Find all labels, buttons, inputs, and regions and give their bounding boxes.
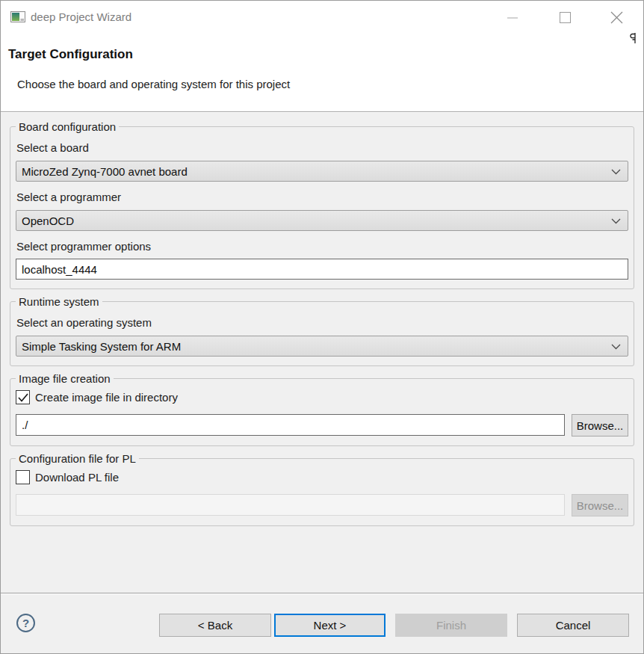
next-button[interactable]: Next > (274, 614, 386, 637)
board-select[interactable]: MicroZed Zynq-7000 avnet board (16, 161, 628, 182)
check-icon (18, 393, 28, 402)
titlebar-and-header: deep Project Wizard Target Configuration… (1, 1, 643, 112)
image-directory-input[interactable] (16, 414, 565, 436)
programmer-select[interactable]: OpenOCD (16, 210, 628, 231)
close-button[interactable] (601, 7, 631, 28)
group-legend: Runtime system (16, 294, 102, 309)
image-directory-row: Browse... (16, 414, 628, 436)
pl-file-row: Browse... (16, 494, 628, 516)
pl-file-browse-button: Browse... (572, 494, 628, 516)
minimize-icon (507, 17, 518, 19)
page-subtitle: Choose the board and operating system fo… (17, 78, 290, 90)
board-select-value: MicroZed Zynq-7000 avnet board (22, 165, 188, 178)
group-legend: Board configuration (16, 120, 119, 134)
wizard-dialog-window: deep Project Wizard Target Configuration… (0, 0, 644, 654)
select-os-label: Select an operating system (16, 316, 628, 329)
wizard-content: Board configuration Select a board Micro… (1, 113, 643, 593)
programmer-select-value: OpenOCD (22, 215, 74, 227)
maximize-icon (560, 12, 571, 23)
chevron-down-icon (611, 218, 621, 224)
os-select-value: Simple Tasking System for ARM (22, 340, 181, 353)
create-image-checkbox-label[interactable]: Create image file in directory (35, 391, 178, 404)
pl-file-input (16, 494, 565, 516)
board-configuration-group: Board configuration Select a board Micro… (10, 126, 634, 289)
window-title: deep Project Wizard (31, 10, 131, 23)
select-programmer-label: Select a programmer (16, 191, 628, 203)
minimize-button[interactable] (498, 7, 527, 28)
wizard-button-bar: ? < Back Next > Finish Cancel (1, 594, 643, 653)
download-pl-checkbox[interactable] (16, 470, 30, 484)
download-pl-checkbox-row[interactable]: Download PL file (16, 470, 628, 484)
programmer-options-input[interactable] (16, 259, 628, 280)
create-image-checkbox-row[interactable]: Create image file in directory (16, 390, 628, 404)
maximize-button[interactable] (550, 7, 580, 28)
back-button[interactable]: < Back (159, 614, 271, 637)
pl-configuration-group: Configuration file for PL Download PL fi… (10, 458, 634, 526)
wizard-window-icon (10, 11, 25, 22)
chevron-down-icon (611, 169, 621, 175)
image-directory-browse-button[interactable]: Browse... (572, 414, 628, 436)
finish-button: Finish (395, 614, 507, 637)
download-pl-checkbox-label[interactable]: Download PL file (35, 471, 119, 484)
os-select[interactable]: Simple Tasking System for ARM (16, 336, 628, 357)
create-image-checkbox[interactable] (16, 390, 30, 404)
pen-cursor-icon (629, 32, 637, 45)
group-legend: Configuration file for PL (16, 451, 139, 466)
help-button[interactable]: ? (16, 614, 35, 632)
image-file-creation-group: Image file creation Create image file in… (10, 378, 634, 446)
help-question-icon: ? (22, 617, 29, 629)
runtime-system-group: Runtime system Select an operating syste… (10, 301, 634, 366)
programmer-options-label: Select programmer options (16, 240, 628, 253)
select-board-label: Select a board (16, 141, 628, 154)
page-title: Target Configuration (8, 47, 133, 62)
group-legend: Image file creation (16, 371, 114, 386)
close-icon (610, 11, 623, 24)
chevron-down-icon (611, 344, 621, 350)
cancel-button[interactable]: Cancel (517, 614, 629, 637)
